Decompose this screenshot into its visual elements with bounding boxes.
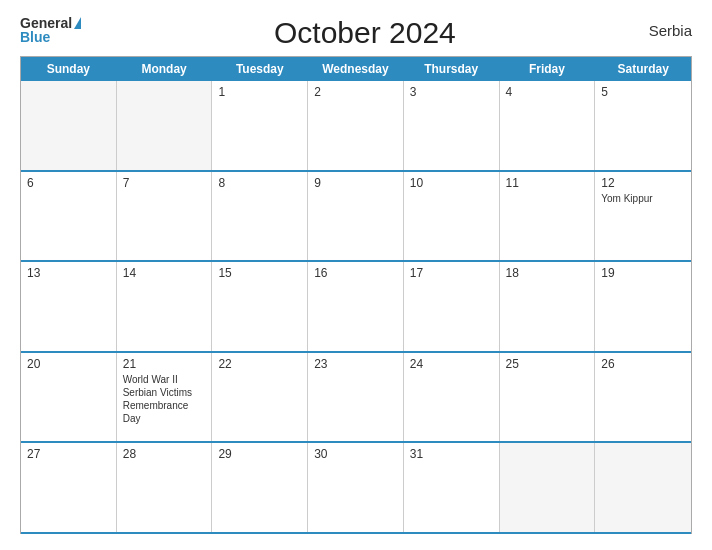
- calendar-cell-4-5: 24: [404, 353, 500, 442]
- calendar-cell-5-5: 31: [404, 443, 500, 532]
- header-sunday: Sunday: [21, 57, 117, 81]
- calendar-cell-5-3: 29: [212, 443, 308, 532]
- day-number: 6: [27, 176, 110, 190]
- logo-blue-text: Blue: [20, 30, 81, 44]
- calendar-cell-1-2: [117, 81, 213, 170]
- day-number: 17: [410, 266, 493, 280]
- day-number: 24: [410, 357, 493, 371]
- day-number: 3: [410, 85, 493, 99]
- calendar-week-3: 13141516171819: [21, 262, 691, 353]
- calendar-cell-4-2: 21World War II Serbian Victims Remembran…: [117, 353, 213, 442]
- calendar-header-row: Sunday Monday Tuesday Wednesday Thursday…: [21, 57, 691, 81]
- day-number: 20: [27, 357, 110, 371]
- calendar-cell-2-4: 9: [308, 172, 404, 261]
- day-number: 15: [218, 266, 301, 280]
- calendar-cell-4-6: 25: [500, 353, 596, 442]
- calendar-cell-3-3: 15: [212, 262, 308, 351]
- day-number: 31: [410, 447, 493, 461]
- header-monday: Monday: [117, 57, 213, 81]
- day-number: 4: [506, 85, 589, 99]
- calendar-grid: Sunday Monday Tuesday Wednesday Thursday…: [20, 56, 692, 534]
- day-event: Yom Kippur: [601, 192, 685, 205]
- calendar-cell-1-6: 4: [500, 81, 596, 170]
- calendar-cell-4-1: 20: [21, 353, 117, 442]
- calendar-cell-2-6: 11: [500, 172, 596, 261]
- calendar-cell-5-6: [500, 443, 596, 532]
- calendar-cell-2-1: 6: [21, 172, 117, 261]
- day-number: 28: [123, 447, 206, 461]
- day-number: 18: [506, 266, 589, 280]
- calendar-cell-5-7: [595, 443, 691, 532]
- calendar-cell-1-4: 2: [308, 81, 404, 170]
- day-number: 2: [314, 85, 397, 99]
- logo: General Blue: [20, 16, 81, 44]
- day-number: 13: [27, 266, 110, 280]
- day-number: 25: [506, 357, 589, 371]
- calendar-cell-1-1: [21, 81, 117, 170]
- calendar-cell-4-7: 26: [595, 353, 691, 442]
- calendar-week-1: 12345: [21, 81, 691, 172]
- header-tuesday: Tuesday: [212, 57, 308, 81]
- calendar-cell-3-7: 19: [595, 262, 691, 351]
- calendar-week-2: 6789101112Yom Kippur: [21, 172, 691, 263]
- calendar-cell-1-7: 5: [595, 81, 691, 170]
- day-number: 23: [314, 357, 397, 371]
- day-number: 22: [218, 357, 301, 371]
- calendar-cell-2-3: 8: [212, 172, 308, 261]
- day-number: 19: [601, 266, 685, 280]
- day-number: 26: [601, 357, 685, 371]
- calendar-cell-2-7: 12Yom Kippur: [595, 172, 691, 261]
- calendar-cell-3-4: 16: [308, 262, 404, 351]
- calendar-cell-1-3: 1: [212, 81, 308, 170]
- calendar-cell-4-4: 23: [308, 353, 404, 442]
- calendar-cell-3-5: 17: [404, 262, 500, 351]
- day-number: 8: [218, 176, 301, 190]
- calendar-cell-1-5: 3: [404, 81, 500, 170]
- day-number: 14: [123, 266, 206, 280]
- calendar-page: General Blue October 2024 Serbia Sunday …: [0, 0, 712, 550]
- calendar-week-4: 2021World War II Serbian Victims Remembr…: [21, 353, 691, 444]
- day-number: 29: [218, 447, 301, 461]
- day-number: 30: [314, 447, 397, 461]
- day-number: 5: [601, 85, 685, 99]
- calendar-cell-3-1: 13: [21, 262, 117, 351]
- day-number: 11: [506, 176, 589, 190]
- month-year-heading: October 2024: [81, 16, 649, 50]
- calendar-cell-3-2: 14: [117, 262, 213, 351]
- calendar-cell-5-2: 28: [117, 443, 213, 532]
- calendar-cell-5-4: 30: [308, 443, 404, 532]
- day-number: 12: [601, 176, 685, 190]
- calendar-cell-3-6: 18: [500, 262, 596, 351]
- header-friday: Friday: [500, 57, 596, 81]
- day-number: 27: [27, 447, 110, 461]
- calendar-week-5: 2728293031: [21, 443, 691, 534]
- day-number: 7: [123, 176, 206, 190]
- day-number: 21: [123, 357, 206, 371]
- logo-triangle-icon: [74, 17, 81, 29]
- day-event: World War II Serbian Victims Remembrance…: [123, 373, 206, 425]
- header-thursday: Thursday: [404, 57, 500, 81]
- page-header: General Blue October 2024 Serbia: [20, 16, 692, 50]
- calendar-body: 123456789101112Yom Kippur131415161718192…: [21, 81, 691, 534]
- calendar-cell-2-5: 10: [404, 172, 500, 261]
- calendar-cell-5-1: 27: [21, 443, 117, 532]
- calendar-title: October 2024: [81, 16, 649, 50]
- header-saturday: Saturday: [595, 57, 691, 81]
- calendar-cell-2-2: 7: [117, 172, 213, 261]
- header-wednesday: Wednesday: [308, 57, 404, 81]
- day-number: 1: [218, 85, 301, 99]
- logo-general-text: General: [20, 16, 72, 30]
- day-number: 10: [410, 176, 493, 190]
- day-number: 16: [314, 266, 397, 280]
- calendar-cell-4-3: 22: [212, 353, 308, 442]
- country-label: Serbia: [649, 16, 692, 39]
- day-number: 9: [314, 176, 397, 190]
